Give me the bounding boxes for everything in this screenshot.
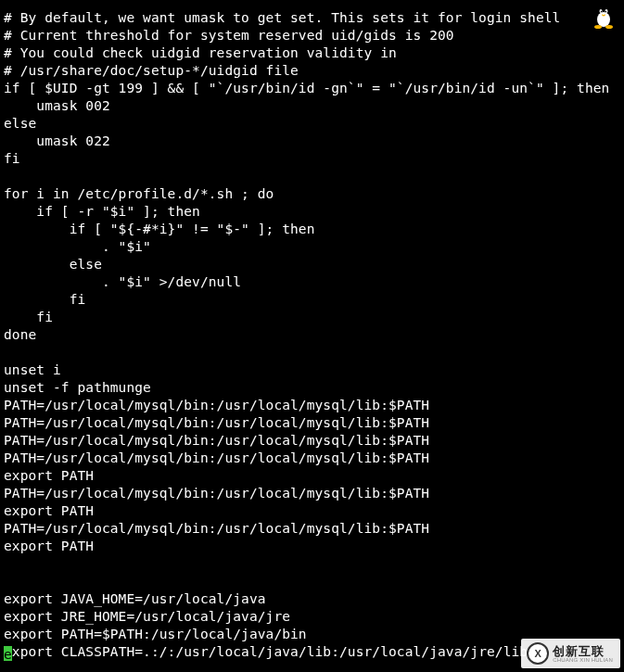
watermark-badge: X 创新互联 CHUANG XIN HULIAN (521, 639, 620, 668)
watermark-text-zh: 创新互联 (553, 645, 613, 657)
terminal-last-line: xport CLASSPATH=.:/:/usr/local/java/lib:… (12, 644, 528, 659)
watermark-logo-icon: X (527, 642, 549, 665)
terminal-output[interactable]: # By default, we want umask to get set. … (0, 0, 624, 665)
terminal-cursor: e (4, 646, 12, 661)
watermark-text-en: CHUANG XIN HULIAN (553, 657, 613, 663)
